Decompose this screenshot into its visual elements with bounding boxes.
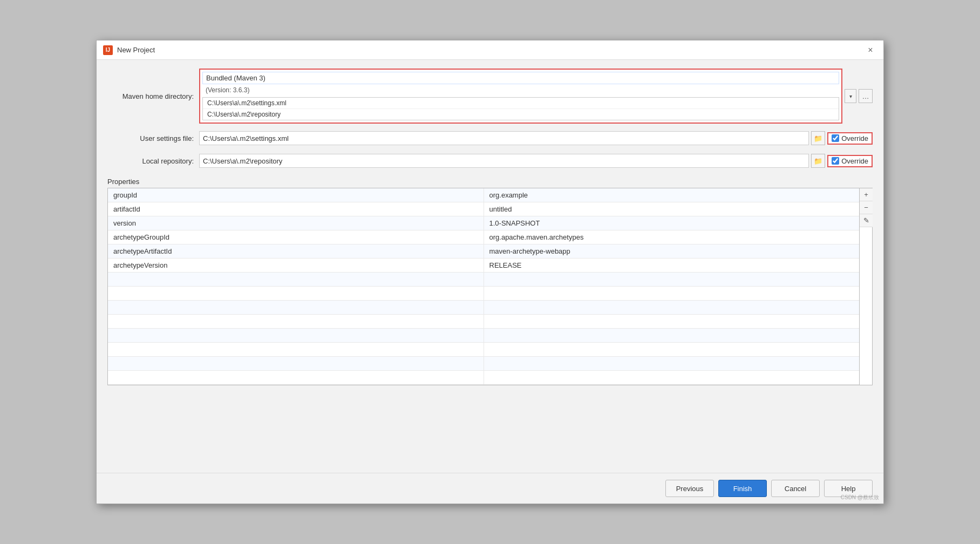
watermark: CSDN @蔡欣致 [841,494,879,501]
property-value: untitled [484,202,859,216]
user-settings-browse-button[interactable]: 📁 [811,131,825,145]
property-value-empty [484,329,859,343]
cancel-button[interactable]: Cancel [771,480,820,497]
local-repo-label: Local repository: [107,157,194,165]
user-settings-row: User settings file: 📁 Override [107,130,873,146]
property-key-empty [108,329,484,343]
dialog-footer: Previous Finish Cancel Help [97,473,883,504]
table-row[interactable]: archetypeArtifactIdmaven-archetype-webap… [108,244,859,259]
new-project-dialog: IJ New Project × Maven home directory: (… [96,40,884,504]
local-repo-override-label: Override [841,157,868,165]
table-row-empty [108,301,859,315]
user-settings-input-area: 📁 Override [199,131,873,145]
maven-home-label: Maven home directory: [107,92,194,100]
property-key: artifactId [108,202,484,216]
property-key-empty [108,357,484,371]
user-settings-input[interactable] [199,131,809,145]
property-value: RELEASE [484,259,859,273]
user-settings-label: User settings file: [107,134,194,142]
app-icon-label: IJ [106,47,110,53]
property-value-empty [484,301,859,315]
property-value-empty [484,343,859,357]
finish-button[interactable]: Finish [718,480,767,497]
property-value-empty [484,273,859,287]
local-repo-override-wrapper: Override [827,155,873,167]
maven-dropdown-row-0[interactable]: C:\Users\a\.m2\settings.xml [203,98,839,109]
previous-button[interactable]: Previous [665,480,714,497]
properties-table: groupIdorg.exampleartifactIduntitledvers… [108,188,859,385]
maven-home-dropdown-button[interactable]: ▾ [845,89,856,103]
property-key: version [108,216,484,230]
add-property-button[interactable]: + [860,188,873,201]
local-repo-browse-button[interactable]: 📁 [811,154,825,168]
property-value-empty [484,287,859,301]
property-value: org.apache.maven.archetypes [484,230,859,244]
maven-version-text: (Version: 3.6.3) [202,85,839,95]
maven-home-browse-button[interactable]: … [859,89,873,103]
maven-home-row: Maven home directory: (Version: 3.6.3) C… [107,69,873,124]
local-repo-input[interactable] [199,154,809,168]
property-key-empty [108,371,484,385]
title-bar: IJ New Project × [97,40,883,60]
property-value-empty [484,371,859,385]
table-row-empty [108,287,859,301]
table-row[interactable]: version1.0-SNAPSHOT [108,216,859,230]
table-row[interactable]: groupIdorg.example [108,188,859,202]
table-row-empty [108,329,859,343]
maven-home-input-row [202,72,839,84]
cancel-label: Cancel [785,485,806,493]
properties-table-wrapper: groupIdorg.exampleartifactIduntitledvers… [107,188,873,385]
maven-dropdown-row-1[interactable]: C:\Users\a\.m2\repository [203,109,839,120]
edit-property-button[interactable]: ✎ [860,214,873,227]
property-key: groupId [108,188,484,202]
property-key-empty [108,287,484,301]
title-bar-left: IJ New Project [103,45,155,55]
property-key-empty [108,273,484,287]
property-key-empty [108,343,484,357]
maven-home-input[interactable] [202,72,839,84]
table-row-empty [108,357,859,371]
local-repo-override-checkbox[interactable] [832,157,839,165]
previous-label: Previous [676,485,704,493]
app-icon: IJ [103,45,113,55]
close-button[interactable]: × [864,44,877,57]
local-repo-input-area: 📁 Override [199,154,873,168]
table-row[interactable]: archetypeVersionRELEASE [108,259,859,273]
property-value: org.example [484,188,859,202]
table-row-empty [108,315,859,329]
property-value-empty [484,357,859,371]
properties-section: Properties groupIdorg.exampleartifactIdu… [107,178,873,385]
table-row[interactable]: archetypeGroupIdorg.apache.maven.archety… [108,230,859,244]
maven-dropdown-rows: C:\Users\a\.m2\settings.xml C:\Users\a\.… [202,97,839,120]
table-row-empty [108,343,859,357]
user-settings-override-wrapper: Override [827,132,873,145]
user-settings-override-label: Override [841,134,868,142]
properties-section-label: Properties [107,178,873,186]
table-row-empty [108,371,859,385]
property-key: archetypeVersion [108,259,484,273]
property-key: archetypeArtifactId [108,244,484,259]
property-value: maven-archetype-webapp [484,244,859,259]
finish-label: Finish [733,485,752,493]
property-key: archetypeGroupId [108,230,484,244]
local-repo-row: Local repository: 📁 Override [107,153,873,169]
property-key-empty [108,301,484,315]
property-value-empty [484,315,859,329]
table-row[interactable]: artifactIduntitled [108,202,859,216]
table-row-empty [108,273,859,287]
dialog-title: New Project [117,46,155,54]
dialog-content: Maven home directory: (Version: 3.6.3) C… [97,60,883,473]
help-label: Help [841,485,856,493]
property-key-empty [108,315,484,329]
property-value: 1.0-SNAPSHOT [484,216,859,230]
maven-home-wrapper: (Version: 3.6.3) C:\Users\a\.m2\settings… [199,69,842,124]
maven-home-input-area: (Version: 3.6.3) C:\Users\a\.m2\settings… [199,69,873,124]
user-settings-override-checkbox[interactable] [832,134,839,142]
properties-table-actions: + − ✎ [859,188,872,385]
remove-property-button[interactable]: − [860,201,873,214]
